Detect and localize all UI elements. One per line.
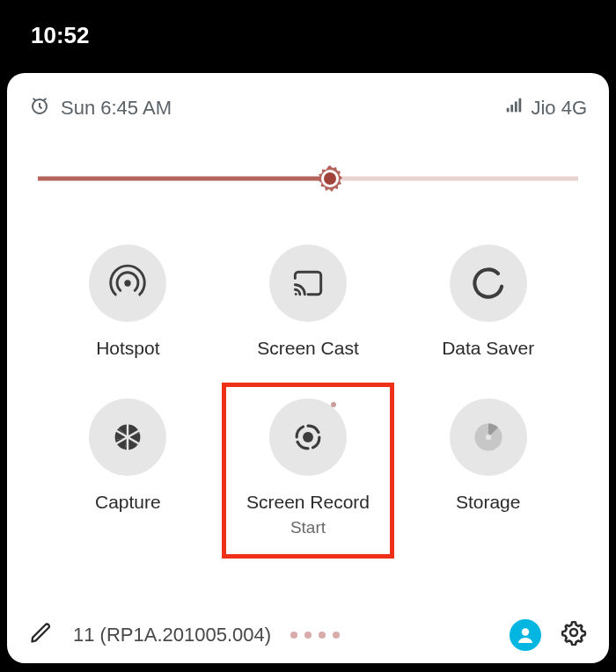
panel-header-right: Jio 4G [504,96,587,121]
tile-screen-record[interactable]: Screen Record Start [227,398,390,537]
quick-settings-panel: Sun 6:45 AM Jio 4G [7,73,609,663]
svg-point-21 [570,629,577,636]
slider-track [38,177,578,181]
settings-icon[interactable] [561,619,587,651]
tile-screen-cast-label: Screen Cast [257,338,359,359]
notification-dot [331,402,336,407]
tile-hotspot-label: Hotspot [96,338,159,359]
svg-point-6 [324,172,336,185]
tile-capture[interactable]: Capture [47,398,209,537]
svg-rect-4 [519,99,522,113]
storage-icon [450,398,527,476]
tile-storage-label: Storage [456,492,521,513]
tile-storage[interactable]: Storage [407,398,569,537]
screen-cast-icon [269,245,347,322]
screen-record-icon [269,398,347,476]
hotspot-icon [89,245,166,322]
page-dot [333,632,340,639]
capture-icon [89,398,166,476]
alarm-text: Sun 6:45 AM [61,97,172,120]
status-time: 10:52 [31,22,90,48]
svg-point-20 [522,628,529,635]
build-text: 11 (RP1A.201005.004) [73,624,271,646]
brightness-icon [314,163,346,194]
panel-header: Sun 6:45 AM Jio 4G [29,95,587,121]
page-dot [304,632,312,639]
page-dot [319,632,326,639]
tile-screen-record-sublabel: Start [290,518,326,537]
data-saver-icon [450,245,527,322]
svg-rect-1 [507,108,510,113]
slider-fill [38,177,330,181]
svg-rect-2 [511,105,514,112]
carrier-text: Jio 4G [531,97,587,120]
alarm-icon [29,95,50,121]
edit-icon[interactable] [29,620,54,650]
tile-capture-label: Capture [95,492,161,513]
svg-point-17 [303,432,313,442]
slider-thumb-wrap[interactable] [314,163,346,194]
svg-point-19 [485,435,490,440]
tile-data-saver-label: Data Saver [442,338,534,359]
svg-rect-3 [515,101,517,112]
tile-screen-record-label: Screen Record [246,492,370,513]
bottom-bar: 11 (RP1A.201005.004) [29,619,587,651]
tile-hotspot[interactable]: Hotspot [47,245,209,359]
svg-point-7 [125,280,131,286]
tile-data-saver[interactable]: Data Saver [407,245,569,359]
tile-screen-cast[interactable]: Screen Cast [227,245,390,359]
status-bar: 10:52 [0,0,616,73]
slider-rest [330,177,578,181]
page-indicator [290,632,340,639]
signal-icon [504,96,524,121]
brightness-slider[interactable] [38,161,578,196]
page-dot [290,632,297,639]
svg-point-8 [295,293,297,296]
tiles-grid: Hotspot Screen Cast Data Saver [29,245,587,537]
user-icon[interactable] [510,619,541,651]
panel-header-left: Sun 6:45 AM [29,95,172,121]
